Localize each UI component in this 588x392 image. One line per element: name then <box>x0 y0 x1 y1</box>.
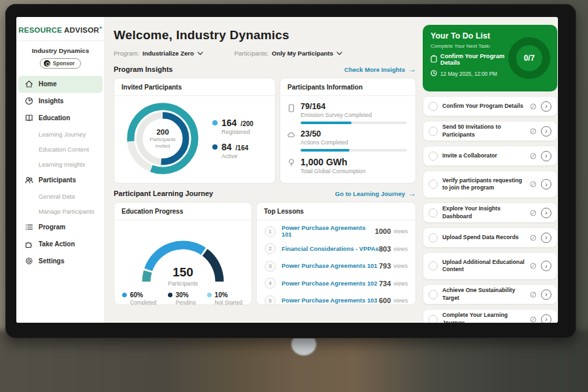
radio-circle-icon[interactable] <box>429 261 438 270</box>
sidebar-item-settings[interactable]: Settings <box>16 253 105 270</box>
chevron-right-circle-icon[interactable]: › <box>541 261 551 271</box>
sidebar-item-program[interactable]: Program <box>16 219 105 236</box>
check-more-insights-link[interactable]: Check More Insights → <box>344 65 416 73</box>
sponsor-badge[interactable]: Sponsor <box>40 58 82 69</box>
lesson-link[interactable]: Power Purchase Agreements 101 <box>282 263 379 269</box>
program-insights-header: Program Insights Check More Insights → <box>114 65 416 73</box>
program-filter-value: Industrialize Zero <box>142 50 194 57</box>
sponsor-icon <box>44 60 50 67</box>
task-achieve-sustainability-target[interactable]: Achieve One Sustainability Target › <box>423 284 557 304</box>
lesson-link[interactable]: Financial Considerations - VPPAs <box>282 246 379 252</box>
chevron-right-circle-icon[interactable]: › <box>541 233 551 243</box>
chevron-right-circle-icon[interactable]: › <box>541 126 551 137</box>
actions-icon <box>287 129 301 152</box>
task-label: Explore Your Insights Dashboard <box>442 205 525 220</box>
legend-label: Active <box>221 153 253 159</box>
legend-pct: 60% <box>130 291 143 299</box>
legend-value: 164 <box>221 118 237 128</box>
task-confirm-program-details[interactable]: Confirm Your Program Details › <box>423 96 557 116</box>
lesson-link[interactable]: Power Purchase Agreements 102 <box>282 280 379 287</box>
skip-icon[interactable] <box>530 235 536 241</box>
lesson-link[interactable]: Power Purchase Agreements 101 <box>282 225 375 238</box>
views-suffix: views <box>393 228 408 235</box>
radio-circle-icon[interactable] <box>429 127 438 136</box>
task-label: Achieve One Sustainability Target <box>442 287 525 302</box>
gauge-center: 150 Participants <box>124 265 242 287</box>
lesson-row: 4 Power Purchase Agreements 102 734 view… <box>265 275 408 293</box>
lesson-link[interactable]: Power Purchase Agreements 103 <box>282 297 379 304</box>
task-send-invitations[interactable]: Send 50 Invitations to Participants › <box>423 121 557 141</box>
task-upload-spend-data[interactable]: Upload Spend Data Records › <box>423 227 557 248</box>
sidebar-item-home[interactable]: Home <box>18 76 103 93</box>
sidebar-item-education-content[interactable]: Education Content <box>16 142 105 157</box>
chevron-down-icon <box>336 52 342 56</box>
task-label: Invite a Collaborator <box>442 152 525 159</box>
chevron-right-circle-icon[interactable]: › <box>541 289 551 300</box>
progress-track <box>301 122 407 124</box>
sidebar-item-participants[interactable]: Participants <box>16 172 105 189</box>
task-complete-learning-journey[interactable]: Complete Your Learning Journey › <box>423 309 557 323</box>
task-label: Send 50 Invitations to Participants <box>442 123 525 139</box>
radio-circle-icon[interactable] <box>429 290 438 299</box>
task-invite-collaborator[interactable]: Invite a Collaborator › <box>423 146 557 166</box>
radio-circle-icon[interactable] <box>429 102 438 111</box>
skip-icon[interactable] <box>530 153 536 159</box>
task-upload-educational-content[interactable]: Upload Additional Educational Content › <box>423 252 557 280</box>
sidebar-item-education[interactable]: Education <box>16 110 105 127</box>
people-icon <box>24 176 33 185</box>
metric-consumption: 1,000 GWh Total Global Consumption <box>287 157 407 178</box>
skip-icon[interactable] <box>530 291 536 298</box>
legend-total: /164 <box>236 144 248 152</box>
sidebar-item-learning-insights[interactable]: Learning Insights <box>16 157 105 172</box>
program-filter[interactable]: Program: Industrialize Zero <box>114 50 203 57</box>
task-verify-participants[interactable]: Verify participants requesting to join t… <box>423 171 557 198</box>
skip-icon[interactable] <box>530 210 536 216</box>
org-name: Industry Dynamics <box>16 47 105 54</box>
radio-circle-icon[interactable] <box>429 180 438 189</box>
arrow-right-icon: → <box>408 65 416 73</box>
chevron-right-circle-icon[interactable]: › <box>541 314 551 323</box>
sidebar-item-insights[interactable]: Insights <box>16 93 105 110</box>
skip-icon[interactable] <box>530 181 536 188</box>
donut-center: 200 Participants Invited <box>122 98 203 179</box>
chevron-right-circle-icon[interactable]: › <box>541 101 551 112</box>
legend-registered: 164 /200 Registered <box>212 118 253 135</box>
sidebar-item-label: Education <box>39 114 70 122</box>
participants-filter-label: Participants: <box>235 50 269 57</box>
participants-filter[interactable]: Participants: Only My Participants <box>235 50 342 57</box>
radio-circle-icon[interactable] <box>429 233 438 242</box>
legend-label: Not Started <box>215 299 242 305</box>
views-suffix: views <box>393 297 408 304</box>
radio-circle-icon[interactable] <box>429 315 438 323</box>
logo-advisor: ADVISOR <box>64 26 99 34</box>
sidebar-item-learning-journey[interactable]: Learning Journey <box>16 127 105 142</box>
todo-next-task: Confirm Your Program Details <box>431 53 512 66</box>
go-to-learning-journey-link[interactable]: Go to Learning Journey → <box>335 189 416 197</box>
task-explore-insights[interactable]: Explore Your Insights Dashboard › <box>423 203 557 223</box>
card-title: Invited Participants <box>114 78 275 96</box>
radio-circle-icon[interactable] <box>429 208 438 218</box>
chevron-right-circle-icon[interactable]: › <box>541 151 551 161</box>
gauge-center-value: 150 <box>124 265 242 280</box>
participants-filter-value: Only My Participants <box>272 50 333 57</box>
scene: RESOURCEADVISOR+ Industry Dynamics Spons… <box>0 0 588 392</box>
todo-next-task-label: Confirm Your Program Details <box>440 53 512 66</box>
metric-value: 79/164 <box>301 102 407 111</box>
skip-icon[interactable] <box>530 128 536 135</box>
sidebar-item-manage-participants[interactable]: Manage Participants <box>16 204 105 219</box>
sidebar-item-label: Program <box>39 223 65 231</box>
education-progress-card: Education Progress 150 Participants <box>114 202 252 305</box>
skip-icon[interactable] <box>530 263 536 269</box>
sidebar-item-general-data[interactable]: General Data <box>16 189 105 204</box>
radio-circle-icon[interactable] <box>429 152 438 161</box>
chevron-right-circle-icon[interactable]: › <box>541 179 551 189</box>
dashboard-screen: RESOURCEADVISOR+ Industry Dynamics Spons… <box>16 17 558 323</box>
top-lessons-card: Top Lessons 1 Power Purchase Agreements … <box>256 202 416 305</box>
legend-value: 84 <box>221 142 232 152</box>
sidebar-item-take-action[interactable]: Take Action <box>16 236 105 253</box>
skip-icon[interactable] <box>530 103 536 110</box>
filters-row: Program: Industrialize Zero Participants… <box>114 50 416 57</box>
skip-icon[interactable] <box>530 316 536 323</box>
chevron-right-circle-icon[interactable]: › <box>541 208 551 218</box>
gear-icon <box>24 257 33 266</box>
